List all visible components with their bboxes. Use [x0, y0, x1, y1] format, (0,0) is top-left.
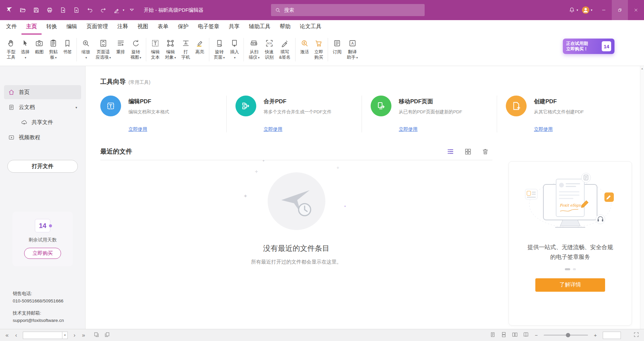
quick-ocr-button[interactable]: OCR 快速识别	[262, 37, 276, 61]
trash-icon[interactable]	[482, 148, 489, 155]
sign-tool-icon[interactable]	[111, 4, 123, 16]
support-email-address[interactable]: support@foxitsoftware.cn	[13, 317, 64, 324]
rotate-view-button[interactable]: 旋转视图▾	[128, 37, 144, 61]
subscribe-button[interactable]: 订阅	[330, 37, 344, 56]
from-scanner-button[interactable]: 从扫描仪▾	[246, 37, 262, 61]
menu-file[interactable]: 文件	[1, 20, 21, 35]
carousel-dot[interactable]	[573, 268, 576, 270]
next-page-button[interactable]: ›	[72, 332, 77, 338]
learn-more-button[interactable]: 了解详情	[535, 278, 605, 292]
menu-home[interactable]: 主页	[21, 20, 42, 35]
buy-now-pill-button[interactable]: 立即购买	[24, 248, 61, 259]
use-now-link[interactable]: 立即使用	[128, 126, 220, 132]
last-page-button[interactable]: »	[81, 332, 86, 338]
next-view-icon[interactable]	[104, 332, 110, 339]
clipboard-button[interactable]: 剪贴板▾	[46, 37, 60, 61]
chevron-down-icon[interactable]: ▾	[75, 106, 77, 109]
redo-icon[interactable]	[97, 4, 109, 16]
zoom-in-button[interactable]: +	[593, 332, 598, 338]
edit-object-button[interactable]: 编辑对象▾	[162, 37, 179, 61]
single-page-view-icon[interactable]	[490, 332, 496, 339]
zoom-slider[interactable]	[544, 335, 588, 336]
fill-sign-button[interactable]: 填写&签名	[276, 37, 293, 61]
print-icon[interactable]	[44, 4, 56, 16]
previous-view-icon[interactable]	[94, 332, 100, 339]
hand-tool-button[interactable]: 手型工具	[4, 37, 18, 61]
save-icon[interactable]	[30, 4, 42, 16]
create-pdf-icon[interactable]	[70, 4, 83, 16]
use-now-link[interactable]: 立即使用	[399, 126, 491, 132]
zoom-button[interactable]: 缩放▾	[79, 37, 93, 61]
trial-period-badge[interactable]: 正在试用期 立即购买！ 14	[563, 39, 614, 54]
use-now-link[interactable]: 立即使用	[534, 126, 626, 132]
menu-esign[interactable]: 电子签章	[193, 20, 224, 35]
snapshot-button[interactable]: 截图	[32, 37, 46, 56]
dropdown-arrow-icon: ▾	[25, 56, 26, 59]
menu-page-management[interactable]: 页面管理	[82, 20, 113, 35]
buy-now-button[interactable]: 立即购买	[312, 37, 326, 61]
menu-paper-tools[interactable]: 论文工具	[295, 20, 326, 35]
fit-page-icon	[99, 38, 108, 48]
account-menu[interactable]: ▾	[578, 0, 596, 20]
rotate-pages-button[interactable]: 旋转页面▾	[211, 37, 228, 61]
select-tool-button[interactable]: 选择▾	[18, 37, 32, 61]
scroll-up-arrow-icon[interactable]: ▲	[641, 67, 644, 70]
dropdown-arrow-icon: ▾	[86, 56, 87, 59]
menu-view[interactable]: 视图	[133, 20, 153, 35]
sidebar-item-cloud-docs[interactable]: 云文档 ▾	[4, 100, 81, 114]
insert-pages-button[interactable]: 插入▾	[227, 37, 241, 61]
zoom-slider-thumb[interactable]	[566, 333, 570, 337]
typewriter-button[interactable]: 打字机	[179, 37, 193, 61]
menu-protect[interactable]: 保护	[173, 20, 193, 35]
dropdown-arrow-icon: ▾	[55, 56, 57, 59]
fullscreen-icon[interactable]	[633, 332, 639, 339]
previous-page-button[interactable]: ‹	[14, 332, 18, 338]
highlight-button[interactable]: 高亮	[193, 37, 207, 56]
zoom-out-button[interactable]: −	[534, 332, 539, 338]
bookmark-button[interactable]: 书签	[60, 37, 74, 56]
fit-page-options-button[interactable]: 页面适应选项▾	[93, 37, 114, 61]
sidebar-item-shared-files[interactable]: 共享文件	[4, 115, 81, 129]
list-view-icon[interactable]	[447, 148, 454, 155]
zoom-value-input[interactable]	[603, 332, 621, 339]
book-view-icon[interactable]	[523, 332, 529, 339]
sidebar-item-video-tutorials[interactable]: 视频教程	[4, 130, 81, 145]
carousel-dot-active[interactable]	[565, 268, 570, 270]
page-dropdown-button[interactable]: ▾	[62, 332, 68, 339]
facing-pages-view-icon[interactable]	[512, 332, 518, 339]
esign-promo-panel: Foxit eSign	[508, 161, 632, 326]
export-pdf-icon[interactable]	[57, 4, 69, 16]
undo-icon[interactable]	[84, 4, 96, 16]
search-input[interactable]: 搜索	[271, 4, 425, 16]
ribbon-separator	[209, 38, 209, 61]
translate-assistant-button[interactable]: A 翻译助手▾	[344, 37, 361, 61]
menu-form[interactable]: 表单	[153, 20, 173, 35]
menu-help[interactable]: 帮助	[275, 20, 295, 35]
ribbon-collapse-icon[interactable]	[126, 4, 138, 16]
minimize-button[interactable]	[596, 0, 612, 20]
restore-button[interactable]	[612, 0, 628, 20]
page-number-input[interactable]	[23, 332, 62, 339]
sidebar-item-home[interactable]: 首页	[4, 85, 81, 99]
open-file-icon[interactable]	[17, 4, 29, 16]
notifications-bell-icon[interactable]	[566, 4, 578, 16]
sales-phone-number: 010-50951668/50951666	[13, 297, 64, 305]
menu-convert[interactable]: 转换	[42, 20, 62, 35]
vertical-scrollbar[interactable]: ▲	[640, 66, 644, 329]
hand-tool-icon	[7, 38, 15, 48]
grid-view-icon[interactable]	[464, 148, 472, 155]
first-page-button[interactable]: «	[5, 332, 9, 338]
use-now-link[interactable]: 立即使用	[264, 126, 356, 132]
menu-edit[interactable]: 编辑	[62, 20, 82, 35]
menu-comment[interactable]: 注释	[113, 20, 133, 35]
sign-tool-dropdown-icon[interactable]: ▾	[123, 8, 124, 12]
esign-illustration: Foxit eSign	[520, 172, 621, 235]
reflow-button[interactable]: 重排	[114, 37, 128, 56]
menu-accessibility[interactable]: 辅助工具	[244, 20, 275, 35]
menu-share[interactable]: 共享	[224, 20, 244, 35]
open-file-button[interactable]: 打开文件	[7, 160, 78, 173]
continuous-view-icon[interactable]	[501, 332, 507, 339]
edit-text-button[interactable]: 编辑文本	[148, 37, 162, 61]
activate-button[interactable]: 激活	[298, 37, 312, 56]
close-button[interactable]	[628, 0, 644, 20]
